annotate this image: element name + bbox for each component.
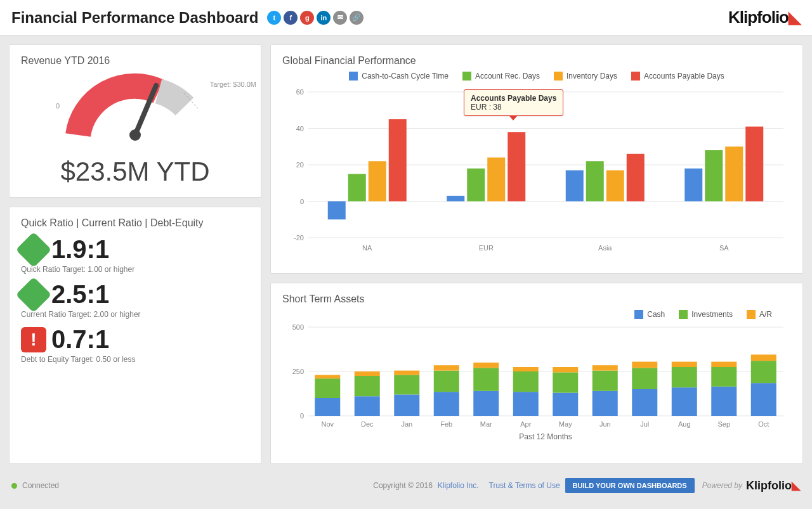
quick-ratio-value: 1.9:1 xyxy=(51,235,109,264)
svg-text:20: 20 xyxy=(296,161,304,169)
svg-rect-25 xyxy=(606,171,624,202)
svg-point-2 xyxy=(129,129,141,141)
svg-rect-45 xyxy=(355,371,380,376)
svg-rect-77 xyxy=(672,361,697,366)
svg-rect-67 xyxy=(593,391,618,416)
svg-rect-30 xyxy=(725,146,743,201)
current-ratio-value: 2.5:1 xyxy=(51,280,109,309)
svg-rect-79 xyxy=(711,387,737,416)
svg-text:Oct: Oct xyxy=(758,420,769,428)
svg-text:Jul: Jul xyxy=(640,420,649,428)
svg-rect-59 xyxy=(513,392,539,416)
svg-text:-20: -20 xyxy=(294,234,304,242)
svg-rect-71 xyxy=(632,389,657,416)
svg-rect-63 xyxy=(553,392,578,415)
connection-status: Connected xyxy=(22,481,59,490)
status-dot-icon xyxy=(11,483,17,489)
svg-rect-83 xyxy=(751,383,776,416)
short-legend: CashInvestmentsA/R xyxy=(282,310,791,319)
svg-rect-18 xyxy=(447,196,464,202)
googleplus-icon[interactable]: g xyxy=(300,11,314,25)
status-alert-icon: ! xyxy=(21,327,46,352)
svg-rect-26 xyxy=(627,154,645,202)
linkedin-icon[interactable]: in xyxy=(317,11,331,25)
debt-ratio-value: 0.7:1 xyxy=(51,325,109,354)
revenue-card: Revenue YTD 2016 0 Target: $30.0M xyxy=(9,44,261,198)
svg-text:May: May xyxy=(559,420,572,428)
social-share: t f g in ✉ 🔗 xyxy=(267,11,363,25)
status-ok-icon xyxy=(16,231,52,267)
svg-rect-52 xyxy=(434,370,459,392)
svg-rect-23 xyxy=(566,171,584,202)
terms-link[interactable]: Trust & Terms of Use xyxy=(489,481,560,490)
quick-ratio-row: 1.9:1 xyxy=(21,235,249,264)
svg-rect-31 xyxy=(745,127,763,202)
svg-rect-21 xyxy=(508,132,525,201)
svg-text:0: 0 xyxy=(300,198,304,205)
email-icon[interactable]: ✉ xyxy=(333,11,347,25)
svg-rect-60 xyxy=(513,371,539,392)
global-perf-title: Global Financial Performance xyxy=(282,55,791,67)
svg-rect-40 xyxy=(315,378,340,398)
svg-text:60: 60 xyxy=(296,88,304,96)
cta-button[interactable]: BUILD YOUR OWN DASHBOARDS xyxy=(565,478,695,493)
ratios-card: Quick Ratio | Current Ratio | Debt-Equit… xyxy=(9,207,261,464)
svg-rect-57 xyxy=(473,363,499,368)
footer: Connected Copyright © 2016 Klipfolio Inc… xyxy=(0,473,812,498)
footer-brand: Klipfolio◣ xyxy=(746,479,801,493)
debt-ratio-note: Debt to Equity Target: 0.50 or less xyxy=(21,355,249,364)
short-chart[interactable]: 0250500NovDecJanFebMarAprMayJunJulAugSep… xyxy=(282,324,791,447)
svg-rect-16 xyxy=(389,119,407,201)
global-chart[interactable]: -200204060NAEURAsiaSA Accounts Payable D… xyxy=(282,86,791,259)
revenue-value: $23.5M YTD xyxy=(21,157,249,187)
svg-text:Apr: Apr xyxy=(520,420,531,428)
current-ratio-row: 2.5:1 xyxy=(21,280,249,309)
svg-text:EUR: EUR xyxy=(479,244,494,252)
svg-rect-43 xyxy=(355,396,380,416)
svg-text:Past 12 Months: Past 12 Months xyxy=(519,432,572,441)
svg-rect-19 xyxy=(467,169,485,202)
svg-rect-44 xyxy=(355,376,380,396)
svg-rect-56 xyxy=(473,368,499,390)
quick-ratio-note: Quick Ratio Target: 1.00 or higher xyxy=(21,265,249,274)
copyright-text: Copyright © 2016 xyxy=(373,481,433,490)
svg-rect-47 xyxy=(394,394,419,416)
svg-text:0: 0 xyxy=(300,412,304,420)
svg-text:Feb: Feb xyxy=(440,420,452,428)
svg-rect-14 xyxy=(348,174,366,201)
link-icon[interactable]: 🔗 xyxy=(350,11,363,25)
svg-rect-48 xyxy=(394,375,419,394)
global-perf-card: Global Financial Performance Cash-to-Cas… xyxy=(270,44,803,274)
svg-rect-72 xyxy=(632,368,657,389)
status-ok-icon xyxy=(16,276,52,312)
main-content: Revenue YTD 2016 0 Target: $30.0M xyxy=(0,35,812,473)
gauge-target-label: Target: $30.0M xyxy=(210,81,256,88)
svg-rect-49 xyxy=(394,370,419,375)
svg-rect-15 xyxy=(369,161,386,201)
svg-text:250: 250 xyxy=(292,368,304,375)
twitter-icon[interactable]: t xyxy=(267,11,281,25)
gauge-min-label: 0 xyxy=(56,102,60,110)
chart-tooltip: Accounts Payable Days EUR : 38 xyxy=(464,89,563,116)
svg-text:Dec: Dec xyxy=(361,420,374,428)
svg-rect-51 xyxy=(434,392,459,416)
company-link[interactable]: Klipfolio Inc. xyxy=(438,481,479,490)
brand-logo: Klipfolio◣ xyxy=(728,8,801,27)
svg-text:Jan: Jan xyxy=(401,420,412,428)
svg-rect-55 xyxy=(473,391,499,416)
svg-text:Sep: Sep xyxy=(717,420,730,428)
svg-rect-29 xyxy=(705,150,723,202)
svg-rect-28 xyxy=(684,169,702,202)
svg-rect-81 xyxy=(711,361,737,366)
svg-rect-61 xyxy=(513,367,539,371)
facebook-icon[interactable]: f xyxy=(284,11,298,25)
ratios-title: Quick Ratio | Current Ratio | Debt-Equit… xyxy=(21,217,249,229)
svg-rect-65 xyxy=(553,367,578,372)
debt-ratio-row: ! 0.7:1 xyxy=(21,325,249,354)
svg-text:Mar: Mar xyxy=(480,420,492,428)
svg-rect-64 xyxy=(553,372,578,392)
powered-by-label: Powered by xyxy=(702,481,742,490)
svg-text:Aug: Aug xyxy=(678,420,691,428)
svg-rect-75 xyxy=(672,387,697,416)
svg-text:Nov: Nov xyxy=(321,420,334,428)
